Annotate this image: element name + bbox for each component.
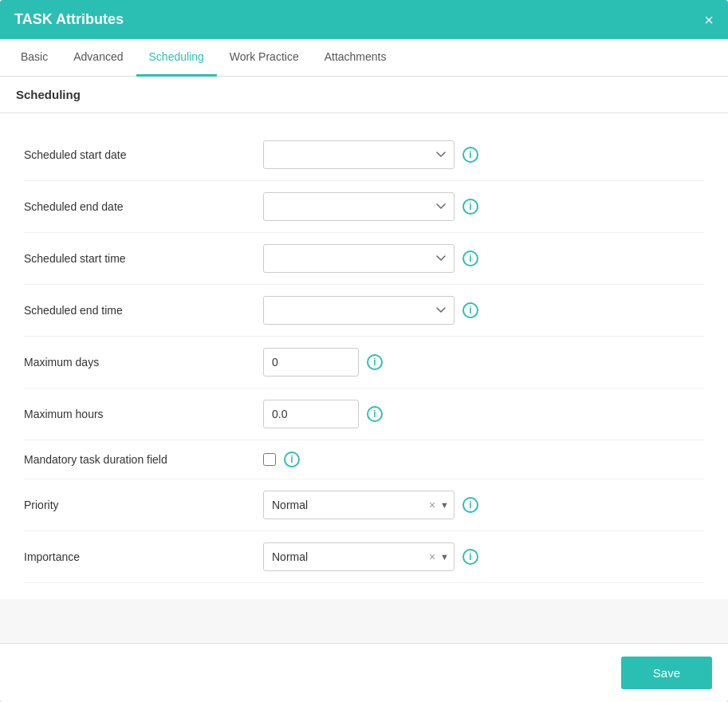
info-icon-importance[interactable]: i bbox=[462, 549, 478, 565]
select-wrap-priority: Normal Low High × ▼ bbox=[263, 491, 455, 519]
clear-importance-button[interactable]: × bbox=[427, 551, 437, 562]
close-button[interactable]: × bbox=[704, 12, 714, 28]
dropdown-arrow-importance[interactable]: ▼ bbox=[439, 553, 451, 562]
field-row-scheduled-end-date: Scheduled end date i bbox=[24, 181, 704, 233]
control-importance: Normal Low High × ▼ i bbox=[263, 542, 704, 571]
section-header: Scheduling bbox=[0, 77, 728, 113]
save-button[interactable]: Save bbox=[621, 657, 712, 689]
control-maximum-days: i bbox=[263, 348, 704, 377]
clear-priority-button[interactable]: × bbox=[427, 499, 437, 511]
tab-work-practice[interactable]: Work Practice bbox=[217, 39, 312, 77]
label-priority: Priority bbox=[24, 499, 263, 511]
control-scheduled-start-time: i bbox=[263, 244, 704, 273]
dropdown-scheduled-start-date[interactable] bbox=[263, 140, 455, 169]
control-scheduled-start-date: i bbox=[263, 140, 704, 169]
field-row-scheduled-start-time: Scheduled start time i bbox=[24, 233, 704, 285]
field-row-scheduled-end-time: Scheduled end time i bbox=[24, 285, 704, 337]
dropdown-scheduled-start-time[interactable] bbox=[263, 244, 455, 273]
label-scheduled-start-time: Scheduled start time bbox=[24, 252, 263, 265]
select-importance[interactable]: Normal Low High bbox=[263, 542, 455, 571]
section-title: Scheduling bbox=[16, 88, 81, 101]
input-maximum-days[interactable] bbox=[263, 348, 359, 377]
info-icon-priority[interactable]: i bbox=[462, 497, 478, 513]
label-scheduled-end-date: Scheduled end date bbox=[24, 200, 263, 213]
tab-bar: Basic Advanced Scheduling Work Practice … bbox=[0, 39, 728, 77]
content-area: Scheduling Scheduled start date i Schedu… bbox=[0, 77, 728, 643]
form-area: Scheduled start date i Scheduled end dat… bbox=[0, 113, 728, 599]
info-icon-scheduled-end-date[interactable]: i bbox=[462, 199, 478, 215]
control-scheduled-end-date: i bbox=[263, 192, 704, 221]
tab-scheduling[interactable]: Scheduling bbox=[136, 39, 217, 77]
tab-attachments[interactable]: Attachments bbox=[312, 39, 399, 77]
field-row-priority: Priority Normal Low High × ▼ i bbox=[24, 479, 704, 531]
modal-title: TASK Attributes bbox=[14, 11, 124, 28]
label-importance: Importance bbox=[24, 550, 263, 563]
control-priority: Normal Low High × ▼ i bbox=[263, 491, 704, 519]
tab-basic[interactable]: Basic bbox=[8, 39, 61, 77]
label-maximum-days: Maximum days bbox=[24, 356, 263, 369]
select-wrap-importance: Normal Low High × ▼ bbox=[263, 542, 455, 571]
label-scheduled-start-date: Scheduled start date bbox=[24, 148, 263, 161]
info-icon-maximum-hours[interactable]: i bbox=[367, 406, 383, 422]
info-icon-mandatory-task-duration[interactable]: i bbox=[284, 452, 300, 467]
task-attributes-modal: TASK Attributes × Basic Advanced Schedul… bbox=[0, 0, 728, 702]
select-priority[interactable]: Normal Low High bbox=[263, 491, 455, 519]
field-row-maximum-days: Maximum days i bbox=[24, 337, 704, 388]
select-buttons-priority: × ▼ bbox=[427, 499, 451, 511]
info-icon-scheduled-end-time[interactable]: i bbox=[462, 302, 478, 318]
info-icon-scheduled-start-time[interactable]: i bbox=[462, 250, 478, 266]
info-icon-maximum-days[interactable]: i bbox=[367, 354, 383, 370]
field-row-maximum-hours: Maximum hours i bbox=[24, 388, 704, 440]
dropdown-scheduled-end-date[interactable] bbox=[263, 192, 455, 221]
dropdown-arrow-priority[interactable]: ▼ bbox=[439, 501, 451, 510]
info-icon-scheduled-start-date[interactable]: i bbox=[462, 147, 478, 163]
input-maximum-hours[interactable] bbox=[263, 400, 359, 428]
tab-advanced[interactable]: Advanced bbox=[61, 39, 136, 77]
control-maximum-hours: i bbox=[263, 400, 704, 428]
dropdown-scheduled-end-time[interactable] bbox=[263, 296, 455, 325]
label-maximum-hours: Maximum hours bbox=[24, 408, 263, 420]
field-row-mandatory-task-duration: Mandatory task duration field i bbox=[24, 440, 704, 479]
control-mandatory-task-duration: i bbox=[263, 452, 704, 467]
checkbox-mandatory-task-duration[interactable] bbox=[263, 453, 276, 466]
field-row-importance: Importance Normal Low High × ▼ i bbox=[24, 531, 704, 583]
label-mandatory-task-duration: Mandatory task duration field bbox=[24, 453, 263, 466]
modal-footer: Save bbox=[0, 643, 728, 702]
label-scheduled-end-time: Scheduled end time bbox=[24, 304, 263, 317]
modal-header: TASK Attributes × bbox=[0, 0, 728, 39]
field-row-scheduled-start-date: Scheduled start date i bbox=[24, 129, 704, 181]
select-buttons-importance: × ▼ bbox=[427, 551, 451, 562]
control-scheduled-end-time: i bbox=[263, 296, 704, 325]
